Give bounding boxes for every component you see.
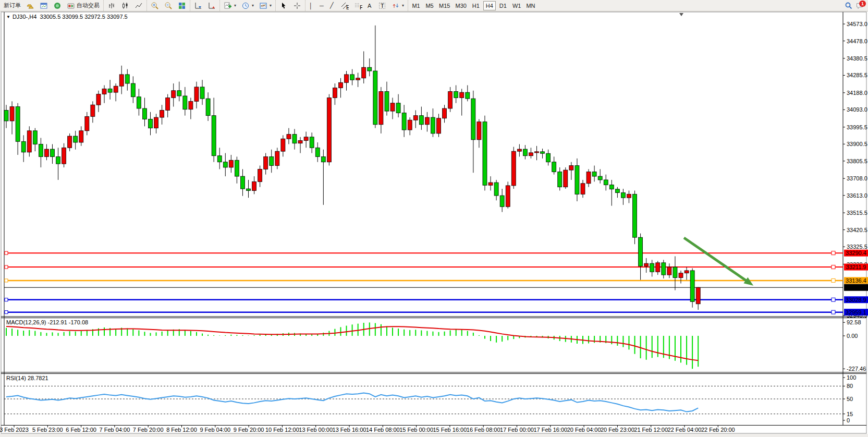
- equidistant-channel-icon: E: [340, 2, 349, 10]
- zoom-group: [146, 0, 190, 11]
- tile-windows-button[interactable]: [176, 1, 188, 10]
- timeframe-label: D1: [499, 3, 507, 9]
- chart-window-button[interactable]: [38, 1, 50, 10]
- timeframe-h1[interactable]: H1: [470, 1, 482, 10]
- auto-trading-icon: [67, 2, 75, 10]
- svg-text:15 Feb 16:00: 15 Feb 16:00: [433, 427, 467, 433]
- svg-text:33290.4: 33290.4: [846, 250, 866, 256]
- svg-text:50: 50: [847, 396, 853, 402]
- zoom-out-button[interactable]: [162, 1, 175, 10]
- trade-group: 新订单 自动交易: [0, 0, 103, 11]
- svg-text:T: T: [381, 3, 384, 9]
- arrange-windows-button[interactable]: [205, 1, 218, 10]
- clock-icon: [241, 2, 250, 10]
- svg-text:34093.0: 34093.0: [847, 106, 867, 113]
- cursor-tool-button[interactable]: [277, 1, 290, 10]
- timeframe-h4[interactable]: H4: [483, 1, 496, 10]
- svg-text:22 Feb 04:00: 22 Feb 04:00: [668, 427, 702, 433]
- cursor-group: [275, 0, 305, 11]
- gold-symbol-button[interactable]: [24, 1, 36, 10]
- timeframe-mn[interactable]: MN: [524, 1, 537, 10]
- trendline-tool[interactable]: ╱: [328, 1, 337, 10]
- timeframe-m1[interactable]: M1: [410, 1, 422, 10]
- svg-text:17 Feb 00:00: 17 Feb 00:00: [500, 427, 534, 433]
- dropdown-caret-icon: ▾: [252, 3, 254, 8]
- timeframe-label: M30: [455, 3, 466, 9]
- signal-button[interactable]: [51, 1, 64, 10]
- svg-text:15: 15: [847, 411, 853, 417]
- line-chart-button[interactable]: [132, 1, 145, 10]
- arrange-windows-icon: [207, 2, 216, 10]
- svg-text:20 Feb 23:00: 20 Feb 23:00: [601, 427, 634, 433]
- notifications-button[interactable]: 1: [855, 2, 864, 10]
- timeframe-m15[interactable]: M15: [437, 1, 452, 10]
- svg-text:3 Feb 2023: 3 Feb 2023: [0, 427, 29, 433]
- symbol-dropdown-icon[interactable]: ▼: [6, 15, 10, 19]
- new-order-button[interactable]: 新订单: [2, 1, 23, 10]
- horizontal-line-tool[interactable]: ─: [317, 1, 327, 10]
- svg-text:14 Feb 08:00: 14 Feb 08:00: [366, 427, 400, 433]
- objects-group: ▾ ▾ ▾: [219, 0, 275, 11]
- search-button[interactable]: [842, 1, 855, 10]
- svg-text:33613.0: 33613.0: [847, 192, 867, 199]
- template-button[interactable]: ▾: [257, 1, 274, 10]
- dropdown-caret-icon: ▾: [270, 3, 272, 8]
- new-order-label: 新订单: [4, 2, 21, 9]
- vertical-line-tool[interactable]: │: [307, 1, 316, 10]
- svg-text:10 Feb 12:00: 10 Feb 12:00: [265, 427, 299, 433]
- fibonacci-tool[interactable]: F: [352, 1, 364, 10]
- trendline-icon: ╱: [330, 2, 334, 9]
- timeframe-label: M1: [412, 3, 420, 9]
- channel-tool[interactable]: E: [338, 1, 351, 10]
- zoom-in-icon: [151, 2, 159, 10]
- svg-text:5 Feb 23:00: 5 Feb 23:00: [32, 427, 63, 433]
- arrange-charts-button[interactable]: [192, 1, 204, 10]
- svg-text:21 Feb 12:00: 21 Feb 12:00: [634, 427, 668, 433]
- tile-windows-icon: [178, 2, 186, 10]
- svg-text:0.00: 0.00: [847, 333, 858, 339]
- svg-text:15 Feb 00:00: 15 Feb 00:00: [399, 427, 433, 433]
- zoom-in-button[interactable]: [149, 1, 161, 10]
- arrows-tool[interactable]: ▾: [389, 1, 406, 10]
- auto-trading-label: 自动交易: [77, 2, 100, 9]
- text-tool[interactable]: A: [365, 1, 375, 10]
- svg-text:92.58: 92.58: [847, 319, 861, 325]
- auto-trading-button[interactable]: 自动交易: [65, 1, 102, 10]
- bar-chart-button[interactable]: [105, 1, 118, 10]
- timeframe-label: W1: [512, 3, 521, 9]
- chart-canvas[interactable]: 34573.034478.034380.534285.534188.034093…: [0, 11, 868, 437]
- svg-text:20 Feb 04:00: 20 Feb 04:00: [567, 427, 601, 433]
- period-clock-button[interactable]: ▾: [239, 1, 256, 10]
- timeframe-label: MN: [526, 3, 535, 9]
- timeframe-m5[interactable]: M5: [423, 1, 436, 10]
- candlestick-chart-button[interactable]: [119, 1, 131, 10]
- add-indicator-button[interactable]: ▾: [222, 1, 238, 10]
- crosshair-tool-button[interactable]: [291, 1, 303, 10]
- notification-count-badge: 1: [859, 1, 866, 7]
- timeframe-m30[interactable]: M30: [453, 1, 468, 10]
- svg-text:33515.5: 33515.5: [847, 210, 867, 216]
- svg-text:33028.9: 33028.9: [846, 297, 866, 303]
- text-tool-icon: A: [368, 3, 371, 9]
- chart-ohlc-values: 33005.5 33099.5 32972.5 33097.5: [40, 14, 128, 20]
- macd-indicator-label: MACD(12,26,9) -212.91 -170.08: [6, 319, 88, 325]
- svg-text:8 Feb 12:00: 8 Feb 12:00: [166, 427, 197, 433]
- timeframe-w1[interactable]: W1: [510, 1, 523, 10]
- crosshair-icon: [293, 2, 301, 10]
- label-tool[interactable]: T: [376, 1, 388, 10]
- svg-text:80: 80: [847, 383, 853, 389]
- svg-text:17 Feb 16:00: 17 Feb 16:00: [533, 427, 567, 433]
- line-chart-icon: [135, 2, 143, 10]
- chart-title: ▼DJ30-,H4 33005.5 33099.5 32972.5 33097.…: [6, 14, 128, 20]
- timeframe-d1[interactable]: D1: [497, 1, 509, 10]
- svg-text:33805.5: 33805.5: [847, 158, 867, 164]
- svg-text:E: E: [346, 4, 349, 10]
- gold-icon: [26, 2, 34, 10]
- time-scale[interactable]: 3 Feb 20235 Feb 23:006 Feb 12:007 Feb 04…: [0, 426, 735, 433]
- svg-text:0: 0: [847, 417, 850, 423]
- svg-text:34380.5: 34380.5: [847, 55, 867, 62]
- timeframe-label: M15: [439, 3, 450, 9]
- cursor-icon: [279, 2, 288, 10]
- rsi-indicator-label: RSI(14) 28.7821: [6, 375, 48, 381]
- add-indicator-icon: [224, 2, 232, 10]
